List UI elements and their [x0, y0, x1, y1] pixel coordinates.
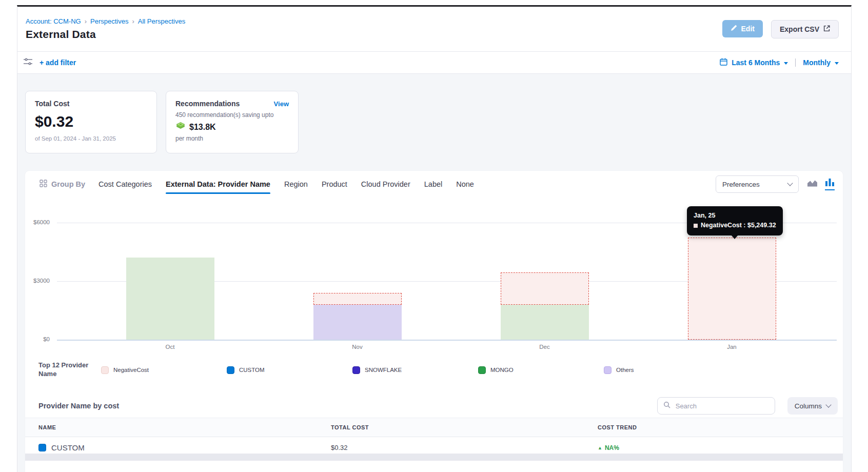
filter-bar: + add filter Last 6 Months Monthly — [17, 52, 851, 74]
row-total-cost: $0.32 — [331, 444, 598, 451]
tab-cost-categories[interactable]: Cost Categories — [98, 171, 152, 198]
column-header-name: NAME — [38, 424, 331, 430]
bar-dec-negativecost[interactable] — [501, 272, 589, 305]
divider — [795, 58, 796, 67]
search-input[interactable] — [675, 402, 769, 410]
bar-nov-negativecost[interactable] — [313, 293, 402, 305]
total-cost-period: of Sep 01, 2024 - Jan 31, 2025 — [35, 135, 147, 142]
tab-region[interactable]: Region — [284, 171, 308, 198]
header-actions: Edit Export CSV — [722, 20, 839, 38]
preferences-label: Preferences — [722, 181, 760, 188]
x-axis-label-dec: Dec — [539, 344, 549, 350]
preferences-dropdown[interactable]: Preferences — [716, 175, 799, 193]
bar-oct-mongo[interactable] — [126, 258, 214, 340]
legend-item-negativecost[interactable]: NegativeCost — [101, 366, 227, 374]
legend-item-snowflake[interactable]: SNOWFLAKE — [352, 366, 478, 374]
recommendations-amount: $13.8K — [189, 123, 216, 132]
legend-swatch-snowflake — [352, 366, 360, 374]
calendar-icon — [720, 58, 727, 67]
bar-jan-negativecost[interactable] — [688, 238, 776, 340]
group-by-row: Group By Cost CategoriesExternal Data: P… — [25, 171, 843, 198]
screenshot-stage: Account: CCM-NG › Perspectives › All Per… — [0, 0, 868, 472]
chart-type-switcher — [807, 178, 835, 190]
grid-icon — [40, 180, 47, 189]
tooltip-entry: NegativeCost : $5,249.32 — [701, 221, 776, 230]
edit-button-label: Edit — [741, 25, 755, 33]
legend-item-others[interactable]: Others — [604, 366, 729, 374]
table-scrollbar-track[interactable] — [25, 454, 843, 461]
money-icon — [175, 122, 186, 132]
export-csv-label: Export CSV — [780, 25, 819, 33]
column-header-total-cost: TOTAL COST — [331, 424, 598, 430]
table-toolbar: Provider Name by cost Columns — [38, 394, 838, 418]
legend-item-mongo[interactable]: MONGO — [478, 366, 604, 374]
tooltip-arrow — [731, 235, 738, 239]
legend-label: SNOWFLAKE — [365, 367, 402, 373]
legend-label: Others — [616, 367, 634, 373]
trend-value: NA% — [605, 444, 619, 451]
tab-cloud-provider[interactable]: Cloud Provider — [361, 171, 410, 198]
recommendations-line1: 450 recommendation(s) saving upto — [175, 111, 289, 119]
legend-swatch-negativecost — [101, 366, 109, 374]
legend-swatch-custom — [227, 366, 234, 374]
legend-item-custom[interactable]: CUSTOM — [227, 366, 352, 374]
legend-label: MONGO — [490, 367, 514, 373]
app-frame: Account: CCM-NG › Perspectives › All Per… — [17, 5, 852, 472]
view-recommendations-link[interactable]: View — [274, 100, 289, 108]
bar-dec-mongo[interactable] — [501, 305, 589, 340]
chevron-down-icon — [825, 402, 831, 407]
legend-swatch-mongo — [478, 366, 486, 374]
tab-external-data-provider-name[interactable]: External Data: Provider Name — [166, 171, 270, 198]
recommendations-card: Recommendations View 450 recommendation(… — [166, 91, 299, 153]
columns-button[interactable]: Columns — [787, 397, 838, 415]
column-header-cost-trend: COST TREND — [598, 424, 843, 430]
table-title: Provider Name by cost — [38, 402, 119, 410]
time-filters: Last 6 Months Monthly — [720, 58, 839, 67]
date-range-selector[interactable]: Last 6 Months — [732, 58, 780, 67]
breadcrumb-perspectives-link[interactable]: Perspectives — [90, 17, 128, 25]
filter-sliders-icon[interactable] — [24, 58, 32, 68]
page-header: Account: CCM-NG › Perspectives › All Per… — [17, 7, 851, 52]
chart-tooltip: Jan, 25 NegativeCost : $5,249.32 — [687, 206, 783, 235]
tooltip-title: Jan, 25 — [694, 211, 776, 221]
x-axis-label-oct: Oct — [166, 344, 175, 350]
row-name: CUSTOM — [51, 443, 85, 452]
external-link-icon — [823, 25, 830, 33]
pencil-icon — [731, 25, 737, 33]
perspective-panel: Group By Cost CategoriesExternal Data: P… — [25, 171, 843, 472]
breadcrumb-all-perspectives-link[interactable]: All Perspectives — [138, 17, 185, 25]
breadcrumb-title-block: Account: CCM-NG › Perspectives › All Per… — [26, 17, 185, 41]
page-body: Total Cost $0.32 of Sep 01, 2024 - Jan 3… — [17, 74, 851, 472]
trend-up-icon: ▲ — [598, 445, 602, 450]
bar-chart-icon[interactable] — [825, 178, 835, 190]
total-cost-value: $0.32 — [35, 113, 147, 130]
chevron-down-icon — [784, 62, 788, 65]
recommendations-label: Recommendations — [175, 100, 240, 108]
group-by-tabs: Cost CategoriesExternal Data: Provider N… — [98, 171, 474, 198]
breadcrumb-account-link[interactable]: Account: CCM-NG — [26, 17, 81, 25]
bar-nov-snowflake[interactable] — [313, 305, 402, 340]
granularity-selector[interactable]: Monthly — [803, 58, 831, 67]
tab-product[interactable]: Product — [322, 171, 347, 198]
search-box — [657, 397, 775, 415]
total-cost-label: Total Cost — [35, 100, 147, 108]
row-swatch — [38, 444, 46, 451]
legend-swatch-others — [604, 366, 611, 374]
tab-none[interactable]: None — [456, 171, 474, 198]
breadcrumb-separator: › — [132, 17, 134, 25]
tab-label[interactable]: Label — [424, 171, 442, 198]
group-by-label: Group By — [51, 180, 85, 188]
x-axis-label-nov: Nov — [352, 344, 362, 350]
legend-label: CUSTOM — [239, 367, 265, 373]
area-chart-icon[interactable] — [807, 179, 818, 190]
total-cost-card: Total Cost $0.32 of Sep 01, 2024 - Jan 3… — [25, 91, 157, 153]
columns-button-label: Columns — [795, 402, 822, 410]
chart-legend: Top 12 Provider Name NegativeCostCUSTOMS… — [38, 359, 835, 381]
group-by-label-block: Group By — [40, 180, 85, 189]
export-csv-button[interactable]: Export CSV — [771, 20, 839, 38]
recommendations-line2: per month — [175, 135, 289, 142]
search-icon — [663, 401, 670, 410]
row-cost-trend: ▲NA% — [598, 444, 843, 451]
edit-button[interactable]: Edit — [722, 20, 763, 37]
add-filter-button[interactable]: + add filter — [40, 58, 76, 67]
